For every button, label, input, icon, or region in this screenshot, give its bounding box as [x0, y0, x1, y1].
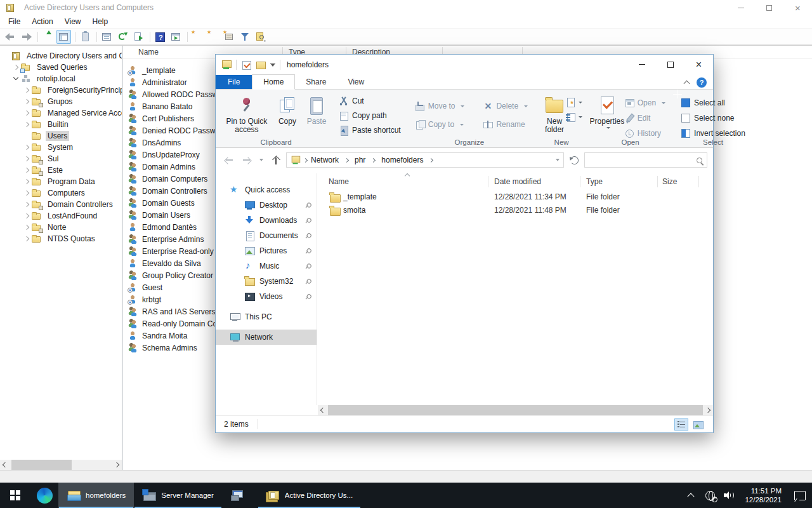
select-all-button[interactable]: Select all	[678, 97, 748, 109]
taskbar-item[interactable]: Active Directory Us...	[258, 483, 361, 508]
expand-chevron-icon[interactable]	[23, 224, 31, 231]
expand-chevron-icon[interactable]	[23, 132, 31, 140]
expand-chevron-icon[interactable]	[13, 75, 20, 83]
easy-access-button[interactable]	[566, 112, 582, 122]
nav-item[interactable]: Documents	[216, 228, 317, 243]
back-icon[interactable]	[3, 30, 18, 44]
scrollbar-thumb[interactable]	[11, 460, 72, 470]
edit-button[interactable]: Edit	[622, 112, 668, 124]
nav-root-item[interactable]: This PC	[216, 309, 317, 324]
nav-item-quick-access[interactable]: Quick access	[216, 182, 317, 197]
tree-item[interactable]: Este	[0, 164, 122, 176]
properties-icon[interactable]	[100, 30, 114, 44]
column-header[interactable]: Name	[138, 48, 159, 57]
new-user-icon[interactable]	[190, 30, 205, 44]
forward-icon[interactable]	[19, 30, 34, 44]
tree-item[interactable]: Grupos	[0, 96, 122, 107]
column-header[interactable]: Size	[662, 177, 677, 186]
expand-chevron-icon[interactable]	[23, 121, 31, 128]
search-input[interactable]	[589, 155, 697, 165]
breadcrumb-item[interactable]: homefolders	[381, 156, 424, 164]
menu-item[interactable]: File	[3, 16, 26, 27]
invert-selection-button[interactable]: Invert selection	[678, 127, 748, 140]
breadcrumb-chevron-icon[interactable]	[303, 157, 308, 162]
tree-item[interactable]: Active Directory Users and Computers	[0, 50, 122, 62]
aduc-close-button[interactable]: ×	[783, 0, 812, 15]
expand-chevron-icon[interactable]	[23, 86, 31, 94]
ribbon-tab[interactable]: Home	[252, 74, 295, 90]
export-list-icon[interactable]	[131, 30, 146, 44]
tree-item[interactable]: LostAndFound	[0, 210, 122, 222]
expand-chevron-icon[interactable]	[23, 235, 31, 243]
expand-chevron-icon[interactable]	[23, 201, 31, 208]
scroll-left-arrow[interactable]	[318, 405, 328, 415]
column-header[interactable]: Date modified	[494, 177, 541, 186]
nav-root-item[interactable]: Network	[216, 330, 317, 345]
explorer-maximize-button[interactable]	[656, 55, 684, 74]
expand-chevron-icon[interactable]	[23, 144, 31, 151]
new-folder-icon[interactable]	[256, 60, 266, 69]
new-item-button[interactable]	[566, 97, 582, 107]
action-center-button[interactable]	[788, 483, 812, 508]
up-one-level-icon[interactable]	[41, 30, 55, 44]
expand-chevron-icon[interactable]	[23, 109, 31, 117]
breadcrumb-chevron-icon[interactable]	[344, 157, 349, 162]
cut-button[interactable]: Cut	[336, 95, 403, 107]
menu-item[interactable]: Action	[26, 16, 58, 27]
tree-item[interactable]: Computers	[0, 187, 122, 199]
taskbar-item-edge[interactable]	[30, 483, 58, 508]
help-icon[interactable]: ?	[697, 77, 707, 88]
details-view-button[interactable]	[674, 418, 688, 431]
copy-to-button[interactable]: Copy to	[412, 118, 468, 131]
move-to-button[interactable]: Move to	[412, 100, 468, 112]
clipboard-icon[interactable]	[78, 30, 93, 44]
expand-chevron-icon[interactable]	[3, 52, 10, 60]
taskbar-item[interactable]	[222, 483, 258, 508]
open-button[interactable]: Open	[622, 97, 668, 109]
tree-item[interactable]: Sul	[0, 153, 122, 164]
nav-item[interactable]: Downloads	[216, 213, 317, 228]
expand-chevron-icon[interactable]	[23, 98, 31, 105]
aduc-minimize-button[interactable]	[726, 0, 755, 15]
properties-check-icon[interactable]	[241, 60, 251, 69]
paste-shortcut-button[interactable]: Paste shortcut	[336, 124, 403, 137]
new-folder-button[interactable]: New folder	[540, 93, 568, 136]
tree-item[interactable]: Managed Service Accounts	[0, 107, 122, 119]
refresh-icon[interactable]	[115, 30, 130, 44]
properties-button[interactable]: Properties	[593, 93, 622, 131]
ribbon-tab[interactable]: Share	[295, 75, 337, 89]
paste-button[interactable]: Paste	[302, 93, 331, 128]
breadcrumb-item[interactable]: phr	[354, 156, 366, 164]
tree-item[interactable]: System	[0, 142, 122, 153]
tree-item[interactable]: Norte	[0, 222, 122, 233]
taskbar-item[interactable]: Server Manager	[134, 483, 221, 508]
scroll-right-arrow[interactable]	[112, 460, 122, 470]
nav-item[interactable]: Videos	[216, 289, 317, 304]
breadcrumb-item[interactable]: Network	[310, 156, 339, 164]
new-window-icon[interactable]	[169, 30, 183, 44]
new-ou-icon[interactable]	[222, 30, 237, 44]
nav-item[interactable]: Music	[216, 258, 317, 274]
breadcrumb-chevron-icon[interactable]	[429, 157, 433, 162]
breadcrumb-chevron-icon[interactable]	[371, 157, 376, 162]
forward-button[interactable]	[239, 152, 254, 168]
aduc-restore-button[interactable]	[755, 0, 783, 15]
file-row[interactable]: smoita 12/28/2021 11:48 PM File folder	[318, 203, 713, 217]
copy-button[interactable]: Copy	[273, 93, 302, 128]
taskbar-clock[interactable]: 11:51 PM 12/28/2021	[738, 486, 788, 504]
help-icon[interactable]	[153, 30, 167, 44]
show-hide-console-tree-icon[interactable]	[56, 30, 71, 44]
taskbar-item[interactable]: homefolders	[58, 483, 134, 508]
new-group-icon[interactable]	[206, 30, 221, 44]
ribbon-tab[interactable]: File	[216, 75, 252, 89]
nav-item[interactable]: System32	[216, 274, 317, 289]
expand-chevron-icon[interactable]	[23, 166, 31, 174]
expand-chevron-icon[interactable]	[13, 64, 20, 71]
back-button[interactable]	[221, 152, 237, 168]
up-button[interactable]	[268, 152, 284, 168]
tree-item[interactable]: NTDS Quotas	[0, 233, 122, 244]
scroll-left-arrow[interactable]	[0, 460, 10, 470]
network-tray-icon[interactable]	[700, 483, 719, 508]
address-dropdown-chevron[interactable]	[556, 159, 560, 161]
tree-item[interactable]: rotolip.local	[0, 73, 122, 84]
